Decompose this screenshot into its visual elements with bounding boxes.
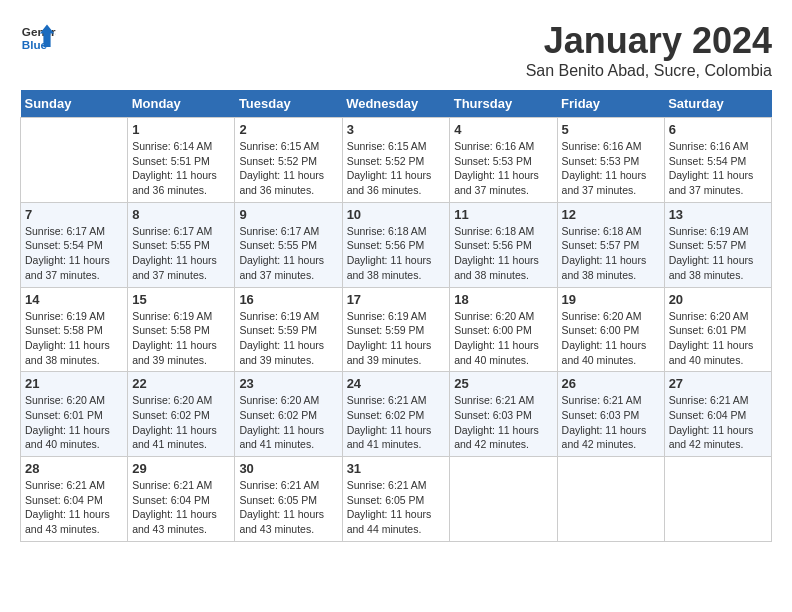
calendar-cell: 5Sunrise: 6:16 AM Sunset: 5:53 PM Daylig… [557, 118, 664, 203]
calendar-cell [664, 457, 771, 542]
calendar-cell: 19Sunrise: 6:20 AM Sunset: 6:00 PM Dayli… [557, 287, 664, 372]
day-number: 22 [132, 376, 230, 391]
calendar-cell: 16Sunrise: 6:19 AM Sunset: 5:59 PM Dayli… [235, 287, 342, 372]
day-info: Sunrise: 6:16 AM Sunset: 5:53 PM Dayligh… [562, 139, 660, 198]
day-info: Sunrise: 6:17 AM Sunset: 5:55 PM Dayligh… [239, 224, 337, 283]
calendar-cell: 13Sunrise: 6:19 AM Sunset: 5:57 PM Dayli… [664, 202, 771, 287]
day-number: 4 [454, 122, 552, 137]
day-number: 31 [347, 461, 446, 476]
calendar-cell: 6Sunrise: 6:16 AM Sunset: 5:54 PM Daylig… [664, 118, 771, 203]
day-info: Sunrise: 6:17 AM Sunset: 5:54 PM Dayligh… [25, 224, 123, 283]
calendar-cell: 4Sunrise: 6:16 AM Sunset: 5:53 PM Daylig… [450, 118, 557, 203]
week-row: 1Sunrise: 6:14 AM Sunset: 5:51 PM Daylig… [21, 118, 772, 203]
calendar-cell: 14Sunrise: 6:19 AM Sunset: 5:58 PM Dayli… [21, 287, 128, 372]
day-info: Sunrise: 6:20 AM Sunset: 6:00 PM Dayligh… [454, 309, 552, 368]
week-row: 7Sunrise: 6:17 AM Sunset: 5:54 PM Daylig… [21, 202, 772, 287]
header-row: SundayMondayTuesdayWednesdayThursdayFrid… [21, 90, 772, 118]
day-number: 10 [347, 207, 446, 222]
calendar-cell: 30Sunrise: 6:21 AM Sunset: 6:05 PM Dayli… [235, 457, 342, 542]
day-number: 15 [132, 292, 230, 307]
day-info: Sunrise: 6:21 AM Sunset: 6:03 PM Dayligh… [454, 393, 552, 452]
col-header-monday: Monday [128, 90, 235, 118]
calendar-cell: 24Sunrise: 6:21 AM Sunset: 6:02 PM Dayli… [342, 372, 450, 457]
calendar-cell: 8Sunrise: 6:17 AM Sunset: 5:55 PM Daylig… [128, 202, 235, 287]
day-info: Sunrise: 6:17 AM Sunset: 5:55 PM Dayligh… [132, 224, 230, 283]
day-info: Sunrise: 6:16 AM Sunset: 5:54 PM Dayligh… [669, 139, 767, 198]
col-header-tuesday: Tuesday [235, 90, 342, 118]
calendar-cell: 10Sunrise: 6:18 AM Sunset: 5:56 PM Dayli… [342, 202, 450, 287]
day-info: Sunrise: 6:18 AM Sunset: 5:56 PM Dayligh… [454, 224, 552, 283]
calendar-cell: 1Sunrise: 6:14 AM Sunset: 5:51 PM Daylig… [128, 118, 235, 203]
day-number: 19 [562, 292, 660, 307]
day-number: 12 [562, 207, 660, 222]
day-info: Sunrise: 6:21 AM Sunset: 6:05 PM Dayligh… [347, 478, 446, 537]
calendar-cell: 20Sunrise: 6:20 AM Sunset: 6:01 PM Dayli… [664, 287, 771, 372]
day-number: 28 [25, 461, 123, 476]
day-number: 11 [454, 207, 552, 222]
day-number: 24 [347, 376, 446, 391]
day-info: Sunrise: 6:21 AM Sunset: 6:04 PM Dayligh… [132, 478, 230, 537]
calendar-cell: 18Sunrise: 6:20 AM Sunset: 6:00 PM Dayli… [450, 287, 557, 372]
week-row: 14Sunrise: 6:19 AM Sunset: 5:58 PM Dayli… [21, 287, 772, 372]
calendar-cell: 3Sunrise: 6:15 AM Sunset: 5:52 PM Daylig… [342, 118, 450, 203]
month-title: January 2024 [526, 20, 772, 62]
day-info: Sunrise: 6:21 AM Sunset: 6:05 PM Dayligh… [239, 478, 337, 537]
day-number: 27 [669, 376, 767, 391]
day-info: Sunrise: 6:20 AM Sunset: 6:02 PM Dayligh… [132, 393, 230, 452]
calendar-cell [21, 118, 128, 203]
calendar-cell: 25Sunrise: 6:21 AM Sunset: 6:03 PM Dayli… [450, 372, 557, 457]
day-info: Sunrise: 6:19 AM Sunset: 5:58 PM Dayligh… [25, 309, 123, 368]
calendar-cell: 28Sunrise: 6:21 AM Sunset: 6:04 PM Dayli… [21, 457, 128, 542]
day-number: 20 [669, 292, 767, 307]
day-number: 17 [347, 292, 446, 307]
day-number: 14 [25, 292, 123, 307]
day-info: Sunrise: 6:21 AM Sunset: 6:03 PM Dayligh… [562, 393, 660, 452]
col-header-thursday: Thursday [450, 90, 557, 118]
day-info: Sunrise: 6:14 AM Sunset: 5:51 PM Dayligh… [132, 139, 230, 198]
calendar-cell: 22Sunrise: 6:20 AM Sunset: 6:02 PM Dayli… [128, 372, 235, 457]
location-title: San Benito Abad, Sucre, Colombia [526, 62, 772, 80]
day-number: 16 [239, 292, 337, 307]
calendar-cell [450, 457, 557, 542]
day-info: Sunrise: 6:18 AM Sunset: 5:57 PM Dayligh… [562, 224, 660, 283]
day-number: 3 [347, 122, 446, 137]
logo: General Blue [20, 20, 56, 56]
calendar-cell: 12Sunrise: 6:18 AM Sunset: 5:57 PM Dayli… [557, 202, 664, 287]
day-number: 30 [239, 461, 337, 476]
day-number: 7 [25, 207, 123, 222]
day-info: Sunrise: 6:18 AM Sunset: 5:56 PM Dayligh… [347, 224, 446, 283]
day-number: 13 [669, 207, 767, 222]
calendar-cell: 9Sunrise: 6:17 AM Sunset: 5:55 PM Daylig… [235, 202, 342, 287]
day-info: Sunrise: 6:20 AM Sunset: 6:00 PM Dayligh… [562, 309, 660, 368]
week-row: 28Sunrise: 6:21 AM Sunset: 6:04 PM Dayli… [21, 457, 772, 542]
calendar-cell: 26Sunrise: 6:21 AM Sunset: 6:03 PM Dayli… [557, 372, 664, 457]
col-header-friday: Friday [557, 90, 664, 118]
day-number: 25 [454, 376, 552, 391]
day-number: 9 [239, 207, 337, 222]
col-header-wednesday: Wednesday [342, 90, 450, 118]
title-area: January 2024 San Benito Abad, Sucre, Col… [526, 20, 772, 80]
col-header-saturday: Saturday [664, 90, 771, 118]
calendar-cell: 29Sunrise: 6:21 AM Sunset: 6:04 PM Dayli… [128, 457, 235, 542]
day-info: Sunrise: 6:19 AM Sunset: 5:59 PM Dayligh… [347, 309, 446, 368]
calendar-cell: 7Sunrise: 6:17 AM Sunset: 5:54 PM Daylig… [21, 202, 128, 287]
calendar-cell: 15Sunrise: 6:19 AM Sunset: 5:58 PM Dayli… [128, 287, 235, 372]
day-number: 21 [25, 376, 123, 391]
calendar-cell [557, 457, 664, 542]
day-info: Sunrise: 6:15 AM Sunset: 5:52 PM Dayligh… [347, 139, 446, 198]
header: General Blue January 2024 San Benito Aba… [20, 20, 772, 80]
calendar-table: SundayMondayTuesdayWednesdayThursdayFrid… [20, 90, 772, 542]
calendar-cell: 21Sunrise: 6:20 AM Sunset: 6:01 PM Dayli… [21, 372, 128, 457]
calendar-cell: 27Sunrise: 6:21 AM Sunset: 6:04 PM Dayli… [664, 372, 771, 457]
calendar-cell: 2Sunrise: 6:15 AM Sunset: 5:52 PM Daylig… [235, 118, 342, 203]
day-number: 23 [239, 376, 337, 391]
day-info: Sunrise: 6:15 AM Sunset: 5:52 PM Dayligh… [239, 139, 337, 198]
day-info: Sunrise: 6:19 AM Sunset: 5:59 PM Dayligh… [239, 309, 337, 368]
day-info: Sunrise: 6:21 AM Sunset: 6:04 PM Dayligh… [669, 393, 767, 452]
day-info: Sunrise: 6:20 AM Sunset: 6:01 PM Dayligh… [669, 309, 767, 368]
day-info: Sunrise: 6:16 AM Sunset: 5:53 PM Dayligh… [454, 139, 552, 198]
day-number: 2 [239, 122, 337, 137]
day-number: 5 [562, 122, 660, 137]
day-info: Sunrise: 6:20 AM Sunset: 6:02 PM Dayligh… [239, 393, 337, 452]
col-header-sunday: Sunday [21, 90, 128, 118]
